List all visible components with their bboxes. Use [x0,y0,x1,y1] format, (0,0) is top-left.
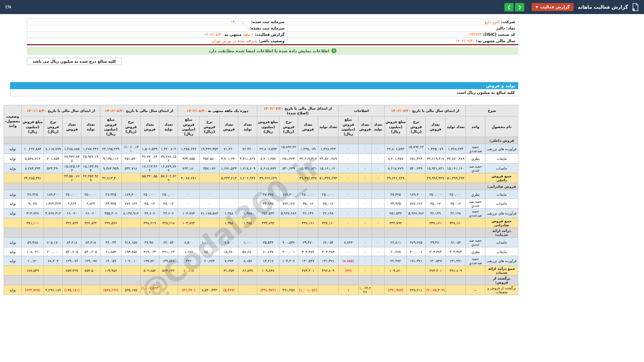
product-row: جامداتجعبه صد عددي۴۵,۰۱۲۴۵,۰۱۲۷۷۶,۱۲۶۳۴,… [4,199,518,208]
value-cell: ۰ [372,218,384,228]
value-cell: ۷۰۵,۱۷۰ [44,238,62,247]
value-cell: ۹,۱۳۵,۱۱۲ [100,154,121,164]
section-label-cell: فروش صادراتی: [485,183,518,190]
value-cell: ۱,۴۳۵,۰۷۹ [426,144,446,154]
value-cell: ۵,۹۶۷,۶۸۶ [407,208,426,218]
status-cell [4,228,21,238]
column-header: مبلغ فروش (میلیون ریال) [178,116,199,137]
value-cell [121,173,140,183]
value-cell: ۵۶۳,۶۴۶ [159,266,178,276]
value-cell [338,228,358,238]
value-cell: ۴۲,۱۴۸ [446,208,466,218]
value-cell: (۸,۷۵۵) [338,256,358,266]
value-cell [62,228,81,238]
unit-cell: جعبه صد عددي [466,238,485,247]
value-cell: ۴۷,۳۲۵ [100,190,121,199]
value-cell: ۰ [338,144,358,154]
amounts-note-row: کلیه مبالغ درج شده به میلیون ریال می باش… [10,58,518,65]
value-cell: (۱,۰۰۱,۰۵۶) [298,285,318,295]
column-header: تعداد تولید [446,116,466,137]
value-cell: ۳۴,۸۷۰,۲۸۹ [318,154,338,164]
value-cell: ۲۵۱,۵۳۲ [384,208,407,218]
unit-cell [466,173,485,183]
value-cell [298,137,318,144]
value-cell: ۵,۵۳۸,۲۱۳ [21,154,44,164]
value-cell: ۲۵۲,۵۸۰ [199,154,219,164]
value-cell: ۶۱,۸۵۳ [100,247,121,256]
info-value: البرز دارو [485,19,500,24]
value-cell [219,276,238,285]
value-cell [44,173,62,183]
value-cell: (۵,۴۶۷) [219,285,238,295]
info-cell: شرکت: البرز دارو [287,19,518,25]
info-row: شرکت: البرز داروسرمایه ثبت شده: ۱۴,۰۰۰,۰… [27,18,518,25]
value-cell: (۱۴۵,۱۸۱) [62,285,81,295]
value-cell: ۵۴۰,۲۰۵ [62,247,81,256]
value-cell [446,228,466,238]
value-cell: ۶۲,۰۵۴ [446,238,466,247]
value-cell: ۵۷,۶۸۰ [238,247,257,256]
value-cell: ۱۳۱,۳۷۱ [446,256,466,266]
value-cell: ۵۲۳,۴۹۰ [44,164,62,173]
value-cell: ۱۵,۱۴۳,۳۸۳ [81,164,100,173]
value-cell: ۴۲,۷۱۳,۳۰۰ [100,173,121,183]
value-cell: ۴۹,۹۹۶,۳۳۷ [426,173,446,183]
total-row: جمع فروش صادراتی۳۳۷,۱۶۰۳۳۷,۱۶۱۳۳۳,۷۹۲۰۰۰… [4,218,518,228]
value-cell [159,276,178,285]
value-cell: ۸,۲۰۱,۲۵۷ [384,154,407,164]
value-cell [81,228,100,238]
report-type-dropdown[interactable]: گزارش فعالیت ▼ [532,3,574,11]
value-cell: ۳۲,۶۱۹,۴۱۷ [298,154,318,164]
signed-info-text: اطلاعات نمایش داده شده با اطلاعات امضا ش… [209,49,329,53]
value-cell: ۷۷۶,۱۲۶ [279,199,298,208]
value-cell [219,183,238,190]
unit-cell: بطري [466,190,485,199]
value-cell [81,276,100,285]
value-cell [238,183,257,190]
value-cell [338,137,358,144]
value-cell: ۳۳۳,۷۹۲ [257,218,279,228]
value-cell: ۰ [358,218,372,228]
value-cell [140,228,159,238]
total-row: جمع فروش داخلی۵۱,۳۹۹,۶۹۳۴۹,۹۹۶,۳۳۷۳۹,۶۲۶… [4,173,518,183]
value-cell: ۸,۱۴۷,۹۱۲ [121,208,140,218]
value-cell: ۸,۷۳۳ [338,238,358,247]
status-cell [4,218,21,228]
value-cell: ۰ [178,199,199,208]
value-cell: ۱۳۱,۳۷۱ [318,256,338,266]
english-language-link[interactable]: EN [5,5,11,9]
info-row: نماد: دالبرسرمایه ثبت نشده: ۰ [27,25,518,32]
next-report-button[interactable]: ❯ [515,3,524,11]
value-cell [199,173,219,183]
status-cell: تولید [4,144,21,154]
value-cell: ۶۶,۸۳۷ [238,266,257,276]
value-cell: ۲۵۰,۰۰۰ [298,190,318,199]
value-cell [199,228,219,238]
info-label: کد صنعت (ISIC): [483,32,515,37]
value-cell: ۱,۴۵۸ [219,208,238,218]
value-cell [199,183,219,190]
value-cell [199,137,219,144]
value-cell: ۸,۱۵۷ [238,256,257,266]
column-header: مبلغ فروش (میلیون ریال) [384,116,407,137]
value-cell: ۱۹,۴۳۲,۳۵۴ [199,144,219,154]
value-cell: ۵۴۰,۲۰۵ [81,247,100,256]
value-cell [358,183,372,190]
value-cell [279,276,298,285]
section-label-cell: فروش داخلی: [485,137,518,144]
column-header: تعداد فروش [62,116,81,137]
total-row: جمع درآمد ارائه خدمات۴۹۶,۸۰۹۴۷۳,۴۰۱۱۰۹,۸… [4,266,518,276]
value-cell [318,228,338,238]
value-cell: ۴۵,۰۱۲ [159,199,178,208]
column-header: تعداد تولید [372,116,384,137]
value-cell [384,276,407,285]
previous-report-button[interactable]: ❮ [504,3,514,11]
value-cell: ۱۰۳,۷۷۴ [178,208,199,218]
value-cell: ۸,۱۱۷,۷۷۹ [44,144,62,154]
value-cell: ۱۲۹,۰۷۷ [81,256,100,266]
value-cell: ۴,۲۹۶,۱۸۹ [44,285,62,295]
value-cell: ۳۷۱,۱۰۱ [21,218,44,228]
value-cell [238,137,257,144]
value-cell: ۴۵,۰۱۲ [426,199,446,208]
value-cell [426,228,446,238]
